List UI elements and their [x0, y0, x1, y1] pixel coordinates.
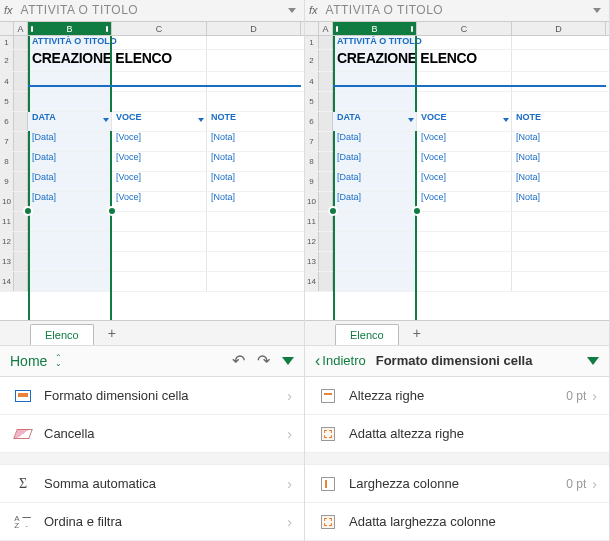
undo-button[interactable]: ↶ — [232, 351, 245, 370]
activity-label: ATTIVITÀ O TITOLO — [28, 36, 112, 49]
divider — [333, 85, 606, 87]
selection-handle[interactable] — [328, 206, 338, 216]
add-sheet-button[interactable]: + — [98, 321, 126, 345]
chevron-right-icon: › — [592, 476, 597, 492]
formula-bar[interactable]: fx ATTIVITA O TITOLO — [305, 0, 609, 22]
selection-handle[interactable] — [107, 206, 117, 216]
menu-list: Formato dimensioni cella › Cancella › Σ … — [0, 377, 304, 541]
selection-handle[interactable] — [23, 206, 33, 216]
autofit-row-icon — [321, 427, 335, 441]
dropdown-icon[interactable] — [103, 118, 109, 122]
home-tab[interactable]: Home — [10, 353, 47, 369]
divider — [28, 85, 301, 87]
row-height-icon — [321, 389, 335, 403]
back-button[interactable]: Indietro — [322, 353, 365, 368]
menu-bar: ‹ Indietro Formato dimensioni cella — [305, 345, 609, 377]
col-header-b[interactable]: B — [28, 22, 112, 35]
format-icon — [15, 390, 31, 402]
sheet-title: CREAZIONE ELENCO — [28, 50, 112, 71]
collapse-icon[interactable] — [282, 357, 294, 365]
eraser-icon — [13, 429, 33, 439]
spreadsheet-grid[interactable]: 1 ATTIVITÀ O TITOLO 23 CREAZIONE ELENCO … — [305, 36, 609, 320]
column-headers: A B C D — [0, 22, 304, 36]
sheet-tab[interactable]: Elenco — [335, 324, 399, 345]
chevron-right-icon: › — [287, 388, 292, 404]
dropdown-icon[interactable] — [198, 118, 204, 122]
col-header-d[interactable]: D — [207, 22, 301, 35]
dropdown-icon[interactable] — [503, 118, 509, 122]
menu-clear[interactable]: Cancella › — [0, 415, 304, 453]
collapse-icon[interactable] — [587, 357, 599, 365]
sigma-icon: Σ — [19, 476, 27, 492]
formula-bar[interactable]: fx ATTIVITA O TITOLO — [0, 0, 304, 22]
menu-autofit-col[interactable]: Adatta larghezza colonne — [305, 503, 609, 541]
fx-label: fx — [309, 4, 318, 16]
autofit-col-icon — [321, 515, 335, 529]
dropdown-icon[interactable] — [408, 118, 414, 122]
section-title: Formato dimensioni cella — [376, 353, 533, 368]
menu-sort-filter[interactable]: AZ Ordina e filtra › — [0, 503, 304, 541]
chevron-right-icon: › — [287, 514, 292, 530]
chevron-right-icon: › — [592, 388, 597, 404]
right-pane: fx ATTIVITA O TITOLO A B C D 1 ATTIVITÀ … — [305, 0, 610, 541]
chevron-down-icon[interactable] — [288, 8, 296, 13]
chevron-left-icon[interactable]: ‹ — [315, 352, 320, 370]
redo-button[interactable]: ↷ — [257, 351, 270, 370]
sheet-tabs: Elenco + — [0, 320, 304, 345]
select-all-corner[interactable] — [305, 22, 319, 35]
chevron-down-icon[interactable] — [593, 8, 601, 13]
chevron-right-icon: › — [287, 476, 292, 492]
menu-col-width[interactable]: Larghezza colonne 0 pt › — [305, 465, 609, 503]
col-header-c[interactable]: C — [112, 22, 207, 35]
formula-text: ATTIVITA O TITOLO — [21, 3, 284, 17]
row-header[interactable]: 1 — [0, 36, 14, 49]
menu-bar: Home ⌃⌄ ↶ ↷ — [0, 345, 304, 377]
selection-handle[interactable] — [412, 206, 422, 216]
spreadsheet-grid[interactable]: 1 ATTIVITÀ O TITOLO 23 CREAZIONE ELENCO … — [0, 36, 304, 320]
select-all-corner[interactable] — [0, 22, 14, 35]
filter-icon: AZ — [14, 515, 31, 529]
fx-label: fx — [4, 4, 13, 16]
sheet-tabs: Elenco + — [305, 320, 609, 345]
col-header-d[interactable]: D — [512, 22, 606, 35]
menu-autosum[interactable]: Σ Somma automatica › — [0, 465, 304, 503]
expand-icon[interactable]: ⌃⌄ — [55, 355, 62, 367]
menu-autofit-row[interactable]: Adatta altezza righe — [305, 415, 609, 453]
col-header-c[interactable]: C — [417, 22, 512, 35]
col-header-a[interactable]: A — [319, 22, 333, 35]
menu-row-height[interactable]: Altezza righe 0 pt › — [305, 377, 609, 415]
chevron-right-icon: › — [287, 426, 292, 442]
formula-text: ATTIVITA O TITOLO — [326, 3, 589, 17]
left-pane: fx ATTIVITA O TITOLO A B C D 1 ATTIVITÀ … — [0, 0, 305, 541]
table-header-data[interactable]: DATA — [28, 112, 112, 131]
col-width-icon — [321, 477, 335, 491]
table-header-note[interactable]: NOTE — [207, 112, 301, 131]
menu-format-cell-size[interactable]: Formato dimensioni cella › — [0, 377, 304, 415]
add-sheet-button[interactable]: + — [403, 321, 431, 345]
col-header-a[interactable]: A — [14, 22, 28, 35]
table-header-voce[interactable]: VOCE — [112, 112, 207, 131]
menu-list: Altezza righe 0 pt › Adatta altezza righ… — [305, 377, 609, 541]
row-header[interactable]: 23 — [0, 50, 14, 71]
col-header-b[interactable]: B — [333, 22, 417, 35]
sheet-tab[interactable]: Elenco — [30, 324, 94, 345]
column-headers: A B C D — [305, 22, 609, 36]
